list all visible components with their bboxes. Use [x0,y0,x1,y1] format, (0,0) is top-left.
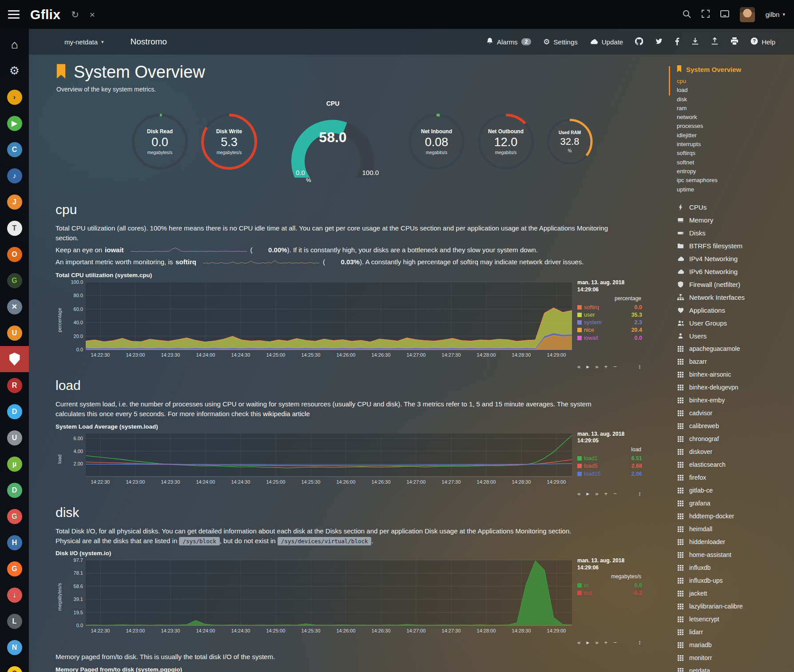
menu-section-cpus[interactable]: CPUs [676,201,794,214]
sidebar-app-heimdall[interactable]: H [0,529,29,556]
sidebar-app-grafana[interactable]: G [0,267,29,294]
menu-section-users[interactable]: Users [676,330,794,342]
update-button[interactable]: Update [590,38,623,46]
menu-app-hiddenloader[interactable]: hiddenloader [676,536,794,549]
gauge-net-inbound[interactable]: Net Inbound0.08megabits/s [407,112,466,171]
play-icon[interactable]: ▸ [586,363,589,370]
pan-forward-icon[interactable]: » [595,490,598,497]
devices-icon[interactable] [720,10,729,19]
menu-app-binhex-delugevpn[interactable]: binhex-delugevpn [676,381,794,394]
menu-subitem-ram[interactable]: ram [677,104,794,113]
menu-section-disks[interactable]: Disks [676,227,794,239]
sidebar-app-settings[interactable]: ⚙ [0,58,29,84]
sidebar-app-plex[interactable]: › [0,84,29,110]
menu-app-chronograf[interactable]: chronograf [676,433,794,445]
sidebar-app-ombi[interactable]: O [0,241,29,267]
chart-cpu-plot[interactable]: 100.080.060.040.020.00.014:22:3014:23:00… [64,279,574,360]
menu-app-firefox[interactable]: firefox [676,471,794,484]
sidebar-app-emby[interactable]: ▶ [0,110,29,136]
menu-app-mariadb[interactable]: mariadb [676,639,794,652]
download-icon[interactable] [691,37,699,46]
user-menu[interactable]: gilbn ▾ [766,11,785,18]
legend-item-system[interactable]: system2.3 [577,319,642,326]
sidebar-app-ubooquity[interactable]: U [0,320,29,346]
sidebar-app-airsonic[interactable]: ♪ [0,163,29,189]
sidebar-app-jackett[interactable]: J [0,189,29,215]
menu-app-monitorr[interactable]: monitorr [676,652,794,664]
pan-backward-icon[interactable]: « [577,639,580,646]
menu-app-lidarr[interactable]: lidarr [676,626,794,639]
legend-item-load5[interactable]: load52.68 [577,462,642,469]
menu-subitem-load[interactable]: load [677,86,794,95]
sidebar-app-netdata[interactable] [0,346,29,372]
zoom-out-icon[interactable]: − [613,363,617,370]
menu-subitem-entropy[interactable]: entropy [677,167,794,176]
refresh-icon[interactable]: ↻ [71,10,79,19]
chart-pgpgio[interactable]: Memory Paged from/to disk (system.pgpgio… [56,666,669,672]
server-dropdown[interactable]: my-netdata ▾ [64,38,104,46]
sidebar-app-deluge[interactable]: D [0,398,29,425]
legend-item-load1[interactable]: load16.51 [577,455,642,462]
sidebar-app-nextcloud[interactable]: N [0,634,29,660]
sidebar-app-sync[interactable]: ✕ [0,294,29,320]
github-icon[interactable] [635,37,643,47]
menu-app-bazarr[interactable]: bazarr [676,355,794,368]
legend-item-softirq[interactable]: softirq0.0 [577,304,642,311]
chart-cpu[interactable]: Total CPU utilization (system.cpu) perce… [56,272,669,360]
zoom-in-icon[interactable]: + [604,490,608,497]
menu-subitem-disk[interactable]: disk [677,95,794,104]
gauge-used-ram[interactable]: Used RAM32.8% [546,118,594,166]
sidebar-app-tautulli[interactable]: T [0,215,29,241]
sidebar-app-duplicati[interactable]: D [0,477,29,503]
sidebar-app-calibre-web[interactable]: C [0,136,29,163]
zoom-in-icon[interactable]: + [604,363,608,370]
pan-backward-icon[interactable]: « [577,490,580,497]
menu-app-influxdb[interactable]: influxdb [676,561,794,574]
legend-item-load15[interactable]: load152.06 [577,470,642,477]
menu-subitem-softirqs[interactable]: softirqs [677,149,794,158]
menu-section-ipv4-networking[interactable]: IPv4 Networking [676,252,794,265]
pan-forward-icon[interactable]: » [595,639,598,646]
menu-section-applications[interactable]: Applications [676,304,794,317]
sidebar-app-lazylibrarian[interactable]: L [0,608,29,634]
menu-section-btrfs-filesystem[interactable]: BTRFS filesystem [676,239,794,252]
menu-app-gitlab-ce[interactable]: gitlab-ce [676,484,794,497]
menu-section-memory[interactable]: Memory [676,214,794,227]
menu-subitem-uptime[interactable]: uptime [677,185,794,194]
menu-app-jackett[interactable]: jackett [676,587,794,600]
menu-section-firewall-netfilter[interactable]: Firewall (netfilter) [676,278,794,291]
menu-subitem-interrupts[interactable]: interrupts [677,140,794,149]
upload-icon[interactable] [711,37,719,46]
close-icon[interactable]: × [90,10,95,19]
chart-load-plot[interactable]: 6.004.002.0014:22:3014:23:0014:23:3014:2… [64,431,574,487]
sidebar-app-gitlab[interactable]: G [0,556,29,582]
menu-app-elasticsearch[interactable]: elasticsearch [676,458,794,471]
fullscreen-icon[interactable] [702,10,710,19]
settings-button[interactable]: ⚙ Settings [543,38,577,46]
sidebar-app-utorrent[interactable]: µ [0,451,29,477]
chart-disk-plot[interactable]: 97.778.158.639.119.50.014:22:3014:23:001… [64,557,574,636]
menu-subitem-network[interactable]: network [677,113,794,122]
gauge-disk-read[interactable]: Disk Read0.0megabytes/s [131,112,189,171]
menu-app-cadvisor[interactable]: cadvisor [676,407,794,420]
gauge-disk-write[interactable]: Disk Write5.3megabytes/s [200,112,258,171]
resize-icon[interactable]: ↕ [638,490,641,497]
menu-subitem-processes[interactable]: processes [677,122,794,131]
resize-icon[interactable]: ↕ [638,363,641,370]
menu-app-calibreweb[interactable]: calibreweb [676,420,794,433]
menu-section-network-interfaces[interactable]: Network Interfaces [676,291,794,304]
legend-item-iowait[interactable]: iowait0.0 [577,334,642,342]
legend-item-user[interactable]: user35.3 [577,311,642,318]
sidebar-app-raspberry-pi[interactable]: R [0,372,29,398]
facebook-icon[interactable] [675,37,679,47]
twitter-icon[interactable] [655,38,663,46]
menu-subitem-softnet[interactable]: softnet [677,158,794,167]
gauge-cpu[interactable]: CPU 58.0 0.0 100.0 % [281,100,385,183]
menu-app-letsencrypt[interactable]: letsencrypt [676,613,794,626]
menu-app-hddtemp-docker[interactable]: hddtemp-docker [676,510,794,523]
menu-app-lazylibrarian-calibre[interactable]: lazylibrarian-calibre [676,600,794,613]
zoom-in-icon[interactable]: + [604,639,608,646]
resize-icon[interactable]: ↕ [638,639,641,646]
print-icon[interactable] [730,37,738,46]
menu-app-diskover[interactable]: diskover [676,445,794,458]
